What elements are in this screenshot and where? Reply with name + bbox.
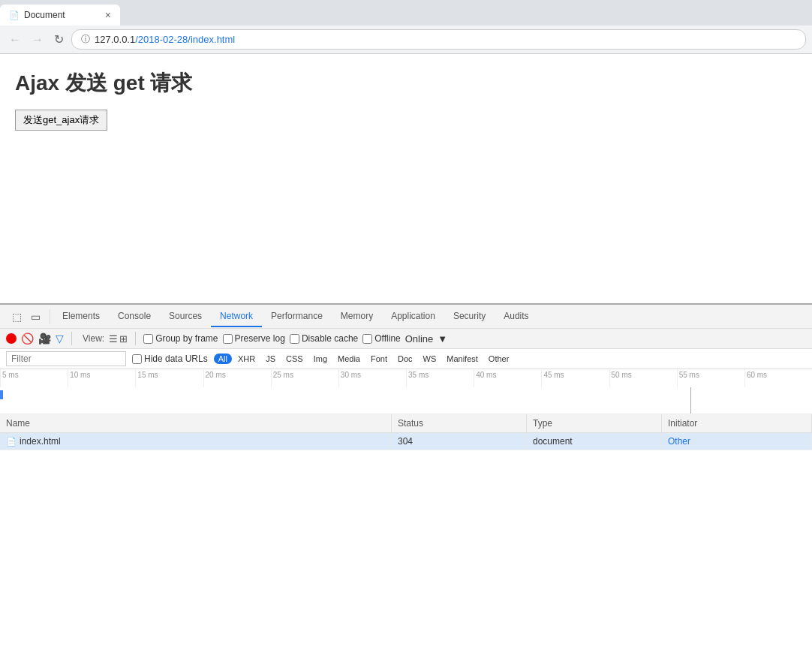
filter-tag-js[interactable]: JS xyxy=(261,354,280,364)
screenshot-view-icon[interactable]: ⊞ xyxy=(119,333,128,345)
timeline-marker-line xyxy=(690,387,691,414)
view-label: View: xyxy=(83,333,104,344)
timeline: 5 ms 10 ms 15 ms 20 ms 25 ms 30 ms 35 ms… xyxy=(0,369,812,414)
filter-tag-css[interactable]: CSS xyxy=(281,354,308,364)
group-by-frame-checkbox[interactable]: Group by frame xyxy=(143,333,218,344)
tick-40ms: 40 ms xyxy=(474,369,541,387)
filter-input[interactable] xyxy=(6,351,126,366)
tab-memory[interactable]: Memory xyxy=(332,306,382,327)
stop-recording-button[interactable]: 🚫 xyxy=(21,332,34,345)
tick-25ms: 25 ms xyxy=(271,369,338,387)
col-type[interactable]: Type xyxy=(527,414,662,432)
view-icons: ☰ ⊞ xyxy=(109,333,128,345)
network-table: Name Status Type Initiator 📄 index.html … xyxy=(0,414,812,671)
refresh-button[interactable]: ↻ xyxy=(51,31,67,48)
filter-icon[interactable]: ▽ xyxy=(56,332,64,345)
lock-icon: ⓘ xyxy=(81,33,90,46)
tick-50ms: 50 ms xyxy=(609,369,677,387)
hide-data-urls-label: Hide data URLs xyxy=(144,354,208,364)
page-content: Ajax 发送 get 请求 发送get_ajax请求 xyxy=(0,54,812,303)
row-status: 304 xyxy=(392,433,527,450)
tick-45ms: 45 ms xyxy=(541,369,609,387)
devtools-tab-bar: ⬚ ▭ Elements Console Sources Network Per… xyxy=(0,305,812,329)
inspect-element-icon[interactable]: ⬚ xyxy=(9,309,25,324)
filter-tag-img[interactable]: Img xyxy=(309,354,332,364)
tick-5ms: 5 ms xyxy=(0,369,68,387)
filter-tags: All XHR JS CSS Img Media Font Doc WS Man… xyxy=(214,354,514,364)
ajax-get-button[interactable]: 发送get_ajax请求 xyxy=(15,110,107,131)
offline-checkbox[interactable]: Offline xyxy=(362,333,400,344)
forward-button[interactable]: → xyxy=(29,32,47,48)
tab-network[interactable]: Network xyxy=(211,306,262,327)
tick-10ms: 10 ms xyxy=(68,369,135,387)
timeline-bar-area xyxy=(0,387,812,414)
filter-tag-font[interactable]: Font xyxy=(366,354,392,364)
file-icon: 📄 xyxy=(6,437,17,447)
filter-tag-other[interactable]: Other xyxy=(484,354,514,364)
table-row[interactable]: 📄 index.html 304 document Other xyxy=(0,433,812,450)
tab-bar: 📄 Document × xyxy=(0,0,812,26)
tab-security[interactable]: Security xyxy=(444,306,495,327)
list-view-icon[interactable]: ☰ xyxy=(109,333,118,345)
tab-sources[interactable]: Sources xyxy=(160,306,211,327)
row-initiator: Other xyxy=(662,433,812,450)
tick-55ms: 55 ms xyxy=(677,369,744,387)
tick-15ms: 15 ms xyxy=(135,369,203,387)
disable-cache-label: Disable cache xyxy=(302,333,358,344)
hide-data-urls-input[interactable] xyxy=(132,354,142,364)
disable-cache-checkbox[interactable]: Disable cache xyxy=(290,333,358,344)
tick-35ms: 35 ms xyxy=(406,369,474,387)
filter-tag-media[interactable]: Media xyxy=(333,354,365,364)
row-name: 📄 index.html xyxy=(0,433,392,450)
tick-20ms: 20 ms xyxy=(203,369,271,387)
disable-cache-input[interactable] xyxy=(290,334,299,344)
tab-audits[interactable]: Audits xyxy=(495,306,537,327)
group-by-frame-label: Group by frame xyxy=(155,333,218,344)
tick-30ms: 30 ms xyxy=(338,369,406,387)
throttle-arrow-icon: ▼ xyxy=(438,333,447,345)
url-host: 127.0.0.1 xyxy=(95,34,135,45)
devtools-icons: ⬚ ▭ xyxy=(3,309,50,324)
tab-elements[interactable]: Elements xyxy=(53,306,109,327)
toolbar-separator xyxy=(71,332,72,345)
filter-tag-all[interactable]: All xyxy=(214,354,232,364)
hide-data-urls-checkbox[interactable]: Hide data URLs xyxy=(132,354,208,364)
url-path: /2018-02-28/index.html xyxy=(135,34,235,45)
col-initiator[interactable]: Initiator xyxy=(662,414,812,432)
url-bar[interactable]: ⓘ 127.0.0.1/2018-02-28/index.html xyxy=(71,29,806,50)
offline-input[interactable] xyxy=(362,334,372,344)
row-type: document xyxy=(527,433,662,450)
preserve-log-input[interactable] xyxy=(223,334,233,344)
network-toolbar: 🚫 🎥 ▽ View: ☰ ⊞ Group by frame Preserve … xyxy=(0,329,812,349)
filter-bar: Hide data URLs All XHR JS CSS Img Media … xyxy=(0,349,812,369)
page-title: Ajax 发送 get 请求 xyxy=(15,69,797,98)
tab-performance[interactable]: Performance xyxy=(262,306,332,327)
filter-tag-doc[interactable]: Doc xyxy=(393,354,417,364)
tab-title: Document xyxy=(24,10,65,20)
capture-screenshots-button[interactable]: 🎥 xyxy=(38,332,51,345)
devtools-panel: ⬚ ▭ Elements Console Sources Network Per… xyxy=(0,303,812,671)
offline-label: Offline xyxy=(374,333,400,344)
back-button[interactable]: ← xyxy=(6,32,24,48)
toolbar-separator-2 xyxy=(135,332,136,345)
preserve-log-checkbox[interactable]: Preserve log xyxy=(223,333,285,344)
filter-tag-manifest[interactable]: Manifest xyxy=(442,354,483,364)
timeline-request-bar xyxy=(0,390,3,399)
filter-tag-ws[interactable]: WS xyxy=(419,354,441,364)
row-name-text: index.html xyxy=(20,436,61,447)
record-button[interactable] xyxy=(6,333,17,344)
browser-tab[interactable]: 📄 Document × xyxy=(0,5,120,26)
online-label: Online xyxy=(405,333,434,345)
browser-window: 📄 Document × ← → ↻ ⓘ 127.0.0.1/2018-02-2… xyxy=(0,0,812,671)
tab-close-button[interactable]: × xyxy=(105,9,111,21)
preserve-log-label: Preserve log xyxy=(235,333,285,344)
col-name[interactable]: Name xyxy=(0,414,392,432)
filter-tag-xhr[interactable]: XHR xyxy=(233,354,260,364)
device-toolbar-icon[interactable]: ▭ xyxy=(28,309,44,324)
col-status[interactable]: Status xyxy=(392,414,527,432)
table-header: Name Status Type Initiator xyxy=(0,414,812,433)
tab-console[interactable]: Console xyxy=(109,306,160,327)
tick-60ms: 60 ms xyxy=(744,369,812,387)
group-by-frame-input[interactable] xyxy=(143,334,153,344)
tab-application[interactable]: Application xyxy=(382,306,444,327)
